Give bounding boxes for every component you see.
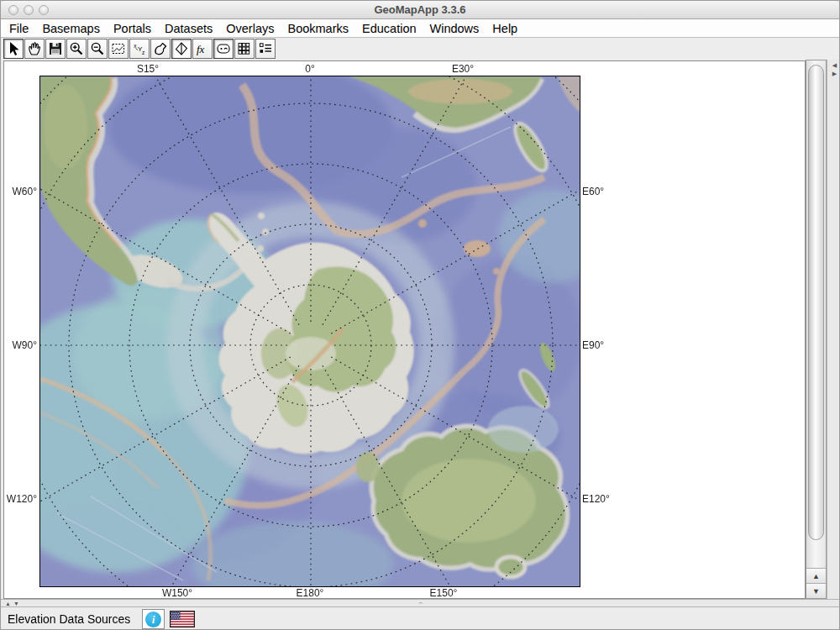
- collapse-left-button[interactable]: ◀: [831, 61, 838, 69]
- down-arrow-icon: ▼: [13, 601, 19, 606]
- polygon-icon: [173, 40, 190, 57]
- magnifier-minus-icon: [89, 40, 106, 57]
- vertical-scrollbar[interactable]: ▲ ▼: [806, 60, 827, 599]
- divider-handle-icon: ⌢: [418, 599, 423, 607]
- us-flag-icon: [170, 611, 195, 627]
- right-arrow-icon: ▶: [832, 71, 837, 76]
- layers-list-icon: [257, 40, 274, 57]
- menu-help[interactable]: Help: [492, 22, 517, 35]
- menu-basemaps[interactable]: Basemaps: [42, 22, 100, 35]
- svg-text:x: x: [134, 43, 137, 49]
- vertical-scrollbar-thumb[interactable]: [808, 65, 824, 540]
- dashed-box-icon: [110, 40, 127, 57]
- bottom-split-divider[interactable]: ▲ ▼ ⌢: [1, 599, 840, 607]
- save-button[interactable]: [45, 39, 66, 59]
- menu-file[interactable]: File: [9, 22, 29, 35]
- magnifier-plus-icon: [68, 40, 85, 57]
- floppy-disk-icon: [47, 40, 64, 57]
- language-flag-button[interactable]: [168, 609, 197, 629]
- expand-right-button[interactable]: ▶: [831, 70, 838, 77]
- menu-bar: FileBasemapsPortalsDatasetsOverlaysBookm…: [1, 19, 839, 38]
- zoom-in-button[interactable]: [66, 39, 87, 59]
- svg-text:fx: fx: [197, 43, 205, 55]
- menu-datasets[interactable]: Datasets: [165, 22, 213, 35]
- collapse-down-button[interactable]: ▼: [13, 600, 20, 607]
- collapse-up-button[interactable]: ▲: [4, 600, 12, 607]
- up-arrow-icon: ▲: [812, 572, 820, 580]
- zoom-to-region-button[interactable]: [108, 39, 129, 59]
- hand-icon: [26, 40, 43, 57]
- title-bar[interactable]: GeoMapApp 3.3.6: [1, 1, 839, 19]
- info-icon: i: [145, 612, 161, 627]
- menu-windows[interactable]: Windows: [430, 22, 480, 35]
- xyz-grid-button[interactable]: xYz: [129, 39, 150, 59]
- scroll-down-button[interactable]: ▼: [806, 583, 826, 598]
- status-bar: Elevation Data Sources i: [1, 607, 839, 630]
- mask-face-icon: [215, 40, 232, 57]
- select-tool-button[interactable]: [3, 39, 24, 59]
- scroll-up-button[interactable]: ▲: [806, 568, 826, 583]
- grid-icon: [236, 40, 253, 57]
- menu-portals[interactable]: Portals: [113, 22, 151, 35]
- menu-bookmarks[interactable]: Bookmarks: [287, 22, 349, 35]
- xyz-axes-icon: xYz: [131, 40, 148, 57]
- grid-table-button[interactable]: [234, 39, 255, 59]
- zoom-out-button[interactable]: [87, 39, 108, 59]
- menu-overlays[interactable]: Overlays: [226, 22, 274, 35]
- menu-education[interactable]: Education: [362, 22, 417, 35]
- map-canvas-panel: [3, 60, 806, 599]
- cursor-arrow-icon: [5, 40, 22, 57]
- down-arrow-icon: ▼: [812, 587, 820, 596]
- profile-button[interactable]: [213, 39, 234, 59]
- right-split-divider[interactable]: ◀ ▶: [827, 60, 840, 599]
- app-window: GeoMapApp 3.3.6 FileBasemapsPortalsDatas…: [0, 0, 840, 630]
- polygon-tool-button[interactable]: [171, 39, 192, 59]
- up-arrow-icon: ▲: [5, 601, 11, 606]
- map-view[interactable]: [39, 76, 580, 587]
- svg-text:z: z: [142, 50, 144, 55]
- lasso-button[interactable]: [150, 39, 171, 59]
- layer-manager-button[interactable]: [255, 39, 276, 59]
- polar-map-image: [40, 76, 580, 587]
- lasso-arrow-icon: [152, 40, 169, 57]
- pan-tool-button[interactable]: [24, 39, 45, 59]
- left-arrow-icon: ◀: [832, 62, 837, 68]
- fx-icon: fx: [194, 40, 211, 57]
- function-button[interactable]: fx: [192, 39, 213, 59]
- status-label: Elevation Data Sources: [8, 612, 130, 626]
- tool-bar: xYzfx: [1, 38, 839, 60]
- window-title: GeoMapApp 3.3.6: [1, 3, 839, 16]
- info-button[interactable]: i: [142, 609, 165, 629]
